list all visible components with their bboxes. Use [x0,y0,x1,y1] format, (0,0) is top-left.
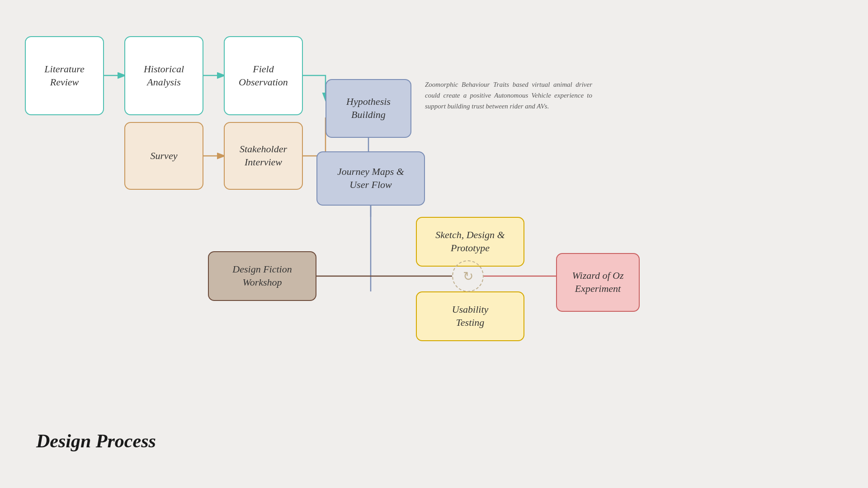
refresh-symbol: ↻ [463,269,473,284]
node-journeymaps: Journey Maps &User Flow [316,151,425,206]
sketch-label: Sketch, Design &Prototype [435,229,505,254]
node-stakeholder: StakeholderInterview [224,122,303,190]
stakeholder-label: StakeholderInterview [240,143,287,169]
node-hypothesis: HypothesisBuilding [326,79,411,138]
wizard-label: Wizard of OzExperiment [572,269,623,295]
field-label: FieldObservation [239,63,288,89]
quote-content: Zoomorphic Behaviour Traits based virtua… [425,81,592,110]
node-usability: UsabilityTesting [416,291,524,341]
historical-label: HistoricalAnalysis [144,63,184,89]
page-title: Design Process [36,430,156,452]
node-designfiction: Design FictionWorkshop [208,251,316,301]
node-historical: HistoricalAnalysis [124,36,203,115]
diagram-container: Literature Review HistoricalAnalysis Fie… [0,0,868,488]
refresh-circle-icon: ↻ [452,260,484,292]
node-wizard: Wizard of OzExperiment [556,253,640,312]
usability-label: UsabilityTesting [452,303,489,329]
quote-text: Zoomorphic Behaviour Traits based virtua… [425,79,592,112]
designfiction-label: Design FictionWorkshop [232,263,292,289]
node-literature: Literature Review [25,36,104,115]
node-sketch: Sketch, Design &Prototype [416,217,524,267]
hypothesis-label: HypothesisBuilding [346,95,391,121]
literature-label: Literature Review [33,63,96,89]
survey-label: Survey [151,150,178,163]
node-field: FieldObservation [224,36,303,115]
journeymaps-label: Journey Maps &User Flow [337,165,404,191]
node-survey: Survey [124,122,203,190]
